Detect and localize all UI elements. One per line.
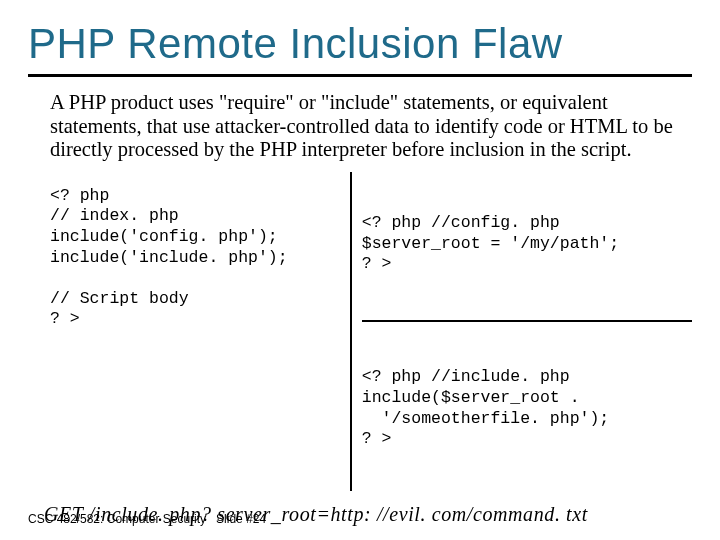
slide-title: PHP Remote Inclusion Flaw <box>28 20 692 74</box>
code-block-right-bottom: <? php //include. php include($server_ro… <box>362 367 692 450</box>
footer-slide-number: Slide #24 <box>216 512 266 526</box>
code-block-right-wrap: <? php //config. php $server_root = '/my… <box>352 172 692 491</box>
code-block-left: <? php // index. php include('config. ph… <box>50 172 352 491</box>
footer-course: CSC 482/582: Computer Security <box>28 512 206 526</box>
description-text: A PHP product uses "require" or "include… <box>28 91 692 162</box>
code-divider <box>362 320 692 322</box>
title-underline <box>28 74 692 77</box>
code-block-right-top: <? php //config. php $server_root = '/my… <box>362 213 692 275</box>
code-columns: <? php // index. php include('config. ph… <box>28 172 692 491</box>
slide-footer: CSC 482/582: Computer Security Slide #24 <box>28 512 266 526</box>
slide-container: PHP Remote Inclusion Flaw A PHP product … <box>0 0 720 526</box>
